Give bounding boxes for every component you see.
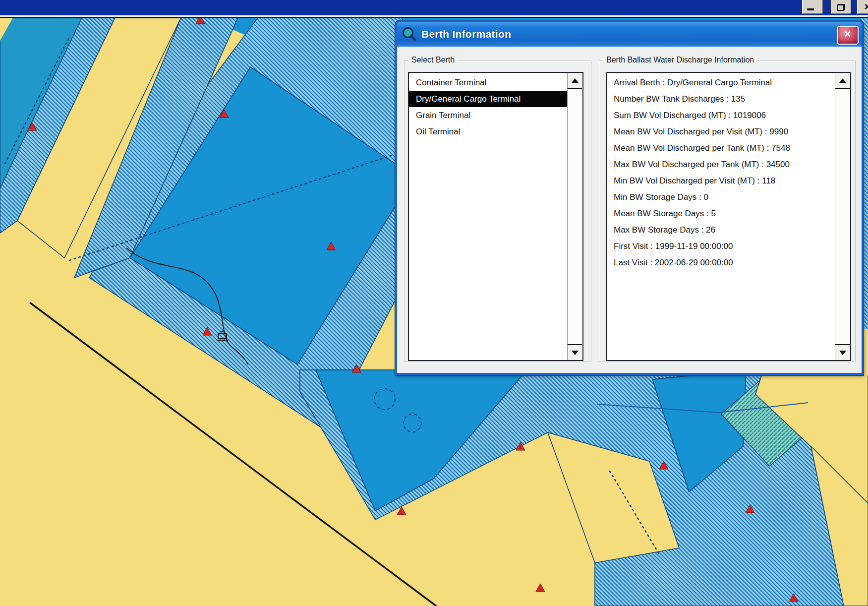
- info-list-item: Mean BW Vol Discharged per Visit (MT) : …: [607, 123, 835, 140]
- restore-icon: [837, 4, 845, 11]
- info-list-item: Arrival Berth : Dry/General Cargo Termin…: [607, 74, 835, 91]
- map-frame-border: [0, 17, 868, 18]
- dialog-close-button[interactable]: ×: [837, 26, 859, 45]
- info-list-item: Number BW Tank Discharges : 135: [607, 91, 835, 107]
- dialog-title-bar[interactable]: Berth Information ×: [397, 22, 862, 47]
- berth-list-item[interactable]: Dry/General Cargo Terminal: [409, 91, 568, 107]
- arrow-up-icon: [839, 78, 846, 83]
- berth-list-item[interactable]: Oil Terminal: [409, 123, 568, 140]
- berth-list-item[interactable]: Container Terminal: [409, 74, 568, 91]
- scroll-down-button[interactable]: [835, 344, 850, 360]
- info-list-item: Sum BW Vol Discharged (MT) : 1019006: [607, 107, 835, 123]
- info-list-item: Max BW Storage Days : 26: [607, 222, 835, 238]
- info-list-item: Mean BW Vol Discharged per Tank (MT) : 7…: [607, 140, 835, 156]
- scroll-down-button[interactable]: [568, 344, 582, 360]
- info-list-scrollbar[interactable]: [835, 73, 850, 360]
- scroll-up-button[interactable]: [835, 73, 850, 89]
- dialog-title: Berth Information: [421, 28, 511, 40]
- window-minimize-button[interactable]: [802, 0, 823, 14]
- info-list-item: Mean BW Storage Days : 5: [607, 205, 835, 222]
- application-title-bar: [0, 0, 868, 15]
- info-list-item: Min BW Storage Days : 0: [607, 189, 835, 205]
- info-list-item: Min BW Vol Discharged per Visit (MT) : 1…: [607, 173, 835, 189]
- dialog-client-area: Select Berth Container TerminalDry/Gener…: [397, 47, 862, 373]
- discharge-info-listbox[interactable]: Arrival Berth : Dry/General Cargo Termin…: [606, 72, 851, 361]
- arrow-up-icon: [572, 78, 579, 83]
- berth-information-dialog: Berth Information × Select Berth Contain…: [395, 20, 864, 375]
- berth-list-item[interactable]: Grain Terminal: [409, 107, 568, 123]
- info-list-item: Max BW Vol Discharged per Tank (MT) : 34…: [607, 156, 835, 173]
- select-berth-groupbox: Select Berth Container TerminalDry/Gener…: [404, 61, 591, 362]
- magnifier-globe-icon: [402, 26, 417, 42]
- window-restore-button[interactable]: [831, 0, 851, 14]
- berth-listbox[interactable]: Container TerminalDry/General Cargo Term…: [408, 72, 583, 361]
- select-berth-label: Select Berth: [408, 56, 458, 64]
- info-list-item: First Visit : 1999-11-19 00:00:00: [607, 238, 835, 254]
- close-icon: ×: [865, 0, 868, 13]
- berth-list-scrollbar[interactable]: [567, 73, 582, 360]
- info-list-item: Last Visit : 2002-06-29 00:00:00: [607, 254, 835, 271]
- discharge-info-groupbox: Berth Ballast Water Discharge Informatio…: [599, 61, 856, 362]
- window-close-button[interactable]: ×: [857, 0, 868, 14]
- arrow-down-icon: [839, 351, 846, 355]
- scroll-up-button[interactable]: [568, 73, 582, 89]
- minimize-icon: [807, 8, 814, 10]
- arrow-down-icon: [572, 351, 579, 355]
- discharge-info-label: Berth Ballast Water Discharge Informatio…: [603, 56, 757, 64]
